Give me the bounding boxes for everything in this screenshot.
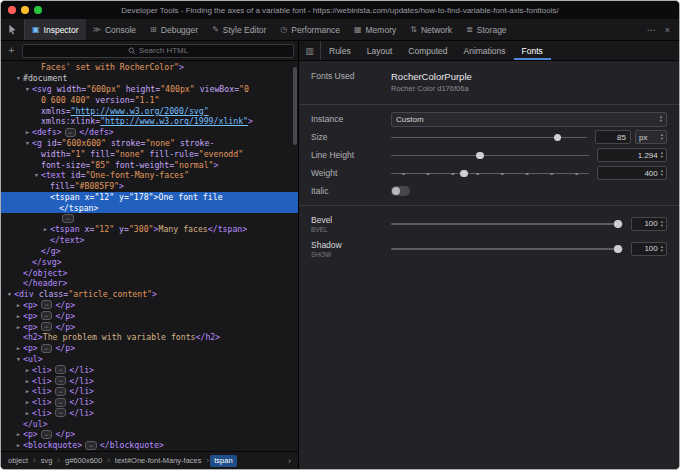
markup-line[interactable]: ▼<text id="One-font-Many-faces" [1, 170, 298, 181]
collapsed-content-pill[interactable]: ⋯ [55, 398, 67, 407]
expand-arrow-icon[interactable]: ▼ [14, 75, 23, 81]
markup-scrollbar[interactable] [293, 67, 297, 145]
breadcrumb-item[interactable]: text#One-font-Many-faces [111, 455, 206, 467]
slider-thumb-icon[interactable] [614, 220, 622, 228]
slider-thumb-icon[interactable] [476, 152, 484, 160]
add-node-icon[interactable]: + [5, 45, 18, 56]
markup-line[interactable]: ▶<blockquote>⋯</blockquote> [1, 440, 298, 451]
markup-line[interactable]: ▼<svg width="600px" height="400px" viewB… [1, 84, 298, 95]
axis-input[interactable]: 100▴▾ [631, 217, 667, 231]
expand-arrow-icon[interactable]: ▼ [23, 140, 32, 146]
markup-line[interactable]: </g> [1, 246, 298, 257]
collapse-arrow-icon[interactable]: ▶ [23, 367, 32, 373]
zoom-window-button[interactable] [34, 6, 42, 14]
markup-line[interactable]: </ul> [1, 418, 298, 429]
breadcrumb-item[interactable]: tspan [210, 455, 236, 467]
markup-line[interactable]: ▶<li>⋯</li> [1, 408, 298, 419]
markup-line[interactable]: 0 600 400" version="1.1" [1, 94, 298, 105]
tab-layout[interactable]: Layout [359, 41, 401, 60]
breadcrumb-item[interactable]: g#600x600 [61, 455, 106, 467]
markup-line[interactable]: </object> [1, 267, 298, 278]
italic-toggle[interactable] [391, 186, 410, 196]
markup-line[interactable]: ▶<li>⋯</li> [1, 364, 298, 375]
markup-line[interactable]: <tspan x="12" y="178">One font file [1, 192, 298, 203]
markup-line[interactable]: font-size="85" font-weight="normal"> [1, 159, 298, 170]
markup-line[interactable]: ▶<p>⋯</p> [1, 300, 298, 311]
tab-network[interactable]: ⇅Network [403, 19, 459, 40]
collapse-arrow-icon[interactable]: ▶ [14, 431, 23, 437]
markup-line[interactable]: <h2>The problem with variable fonts</h2> [1, 332, 298, 343]
stepper-icon[interactable]: ▴▾ [661, 151, 663, 158]
instance-select[interactable]: Custom ▴▾ [391, 112, 667, 127]
markup-line[interactable]: xmlns:xlink="http://www.w3.org/1999/xlin… [1, 116, 298, 127]
collapse-arrow-icon[interactable]: ▶ [23, 399, 32, 405]
markup-line[interactable]: </text> [1, 235, 298, 246]
node-picker-button[interactable] [1, 19, 25, 40]
tab-computed[interactable]: Computed [400, 41, 455, 60]
collapse-arrow-icon[interactable]: ▶ [41, 226, 50, 232]
collapse-arrow-icon[interactable]: ▶ [23, 378, 32, 384]
markup-line[interactable]: width="1" fill="none" fill-rule="evenodd… [1, 148, 298, 159]
collapsed-content-pill[interactable]: ⋯ [55, 365, 67, 374]
tab-animations[interactable]: Animations [455, 41, 513, 60]
markup-line[interactable]: ▶<p>⋯</p> [1, 343, 298, 354]
tab-storage[interactable]: ≣Storage [459, 19, 513, 40]
markup-line[interactable]: ▼#document [1, 73, 298, 84]
collapsed-content-pill[interactable]: ⋯ [65, 128, 77, 137]
collapse-arrow-icon[interactable]: ▶ [14, 324, 23, 330]
tab-debugger[interactable]: ⊞Debugger [143, 19, 205, 40]
collapse-arrow-icon[interactable]: ▶ [23, 388, 32, 394]
collapse-arrow-icon[interactable]: ▶ [14, 313, 23, 319]
weight-input[interactable]: 400 ▴▾ [597, 166, 667, 180]
close-devtools-icon[interactable]: × [665, 25, 670, 35]
markup-line[interactable]: </svg> [1, 256, 298, 267]
collapsed-content-pill[interactable]: ⋯ [41, 311, 53, 320]
size-slider[interactable] [391, 130, 587, 144]
expand-arrow-icon[interactable]: ▼ [5, 291, 14, 297]
markup-line[interactable]: fill="#B085F9"> [1, 181, 298, 192]
bevel-slider[interactable] [391, 217, 623, 231]
slider-thumb-icon[interactable] [614, 245, 622, 253]
collapse-arrow-icon[interactable]: ▶ [14, 302, 23, 308]
tab-performance[interactable]: ◷Performance [273, 19, 347, 40]
split-pane-icon[interactable]: ▥ [299, 41, 321, 60]
markup-line[interactable]: ▶<li>⋯</li> [1, 397, 298, 408]
tab-style-editor[interactable]: ✎Style Editor [205, 19, 273, 40]
size-input[interactable]: 85 [595, 130, 631, 144]
markup-line[interactable]: xmlns="http://www.w3.org/2000/svg" [1, 105, 298, 116]
menu-dots-icon[interactable]: ⋯ [647, 25, 656, 35]
stepper-icon[interactable]: ▴▾ [660, 115, 662, 122]
line-height-input[interactable]: 1.294 ▴▾ [597, 148, 667, 162]
markup-line[interactable]: ▶<p>⋯</p> [1, 321, 298, 332]
markup-line[interactable]: ⋯ [1, 213, 298, 224]
markup-line[interactable]: ▼<div class="article_content"> [1, 289, 298, 300]
markup-line[interactable]: ▶<p>⋯</p> [1, 429, 298, 440]
collapsed-content-pill[interactable]: ⋯ [55, 387, 67, 396]
collapsed-content-pill[interactable]: ⋯ [41, 300, 53, 309]
markup-line[interactable]: </tspan> [1, 202, 298, 213]
collapse-arrow-icon[interactable]: ▶ [23, 129, 32, 135]
collapse-arrow-icon[interactable]: ▶ [14, 442, 23, 448]
breadcrumb-item[interactable]: object [4, 455, 32, 467]
markup-line[interactable]: ▶<li>⋯</li> [1, 386, 298, 397]
markup-line[interactable]: Faces' set with RocherColor"> [1, 62, 298, 73]
collapsed-content-pill[interactable]: ⋯ [41, 430, 53, 439]
markup-line[interactable]: ▶<tspan x="12" y="300">Many faces</tspan… [1, 224, 298, 235]
collapsed-content-pill[interactable]: ⋯ [55, 408, 67, 417]
breadcrumb-scroll-right-icon[interactable]: › [284, 456, 295, 466]
line-height-slider[interactable] [391, 148, 589, 162]
tab-memory[interactable]: ▦Memory [347, 19, 403, 40]
tab-inspector[interactable]: ▣Inspector [25, 19, 86, 40]
shadow-slider[interactable] [391, 242, 623, 256]
tab-rules[interactable]: Rules [321, 41, 359, 60]
minimize-window-button[interactable] [21, 6, 29, 14]
collapse-arrow-icon[interactable]: ▶ [23, 410, 32, 416]
markup-line[interactable]: ▶<p>⋯</p> [1, 310, 298, 321]
size-unit-select[interactable]: px ▴▾ [635, 130, 667, 144]
markup-line[interactable]: ▶<defs>⋯</defs> [1, 127, 298, 138]
markup-line[interactable]: ▼<g id="600x600" stroke="none" stroke- [1, 138, 298, 149]
collapsed-content-pill[interactable]: ⋯ [85, 441, 97, 450]
axis-input[interactable]: 100▴▾ [631, 242, 667, 256]
slider-thumb-icon[interactable] [554, 134, 562, 142]
breadcrumb-item[interactable]: svg [37, 455, 57, 467]
